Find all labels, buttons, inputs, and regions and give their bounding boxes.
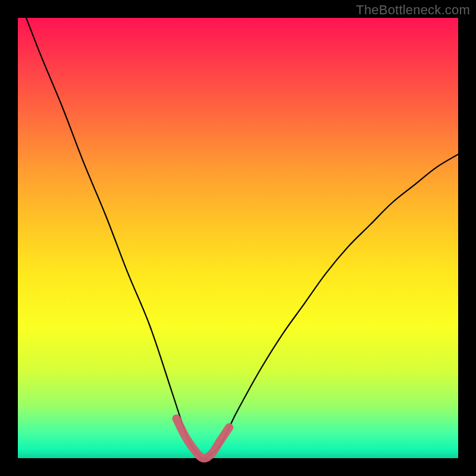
chart-svg (18, 18, 458, 458)
sweet-spot-highlight (176, 418, 229, 458)
watermark-text: TheBottleneck.com (356, 2, 470, 18)
chart-frame: TheBottleneck.com (0, 0, 476, 476)
bottleneck-curve (18, 0, 458, 458)
